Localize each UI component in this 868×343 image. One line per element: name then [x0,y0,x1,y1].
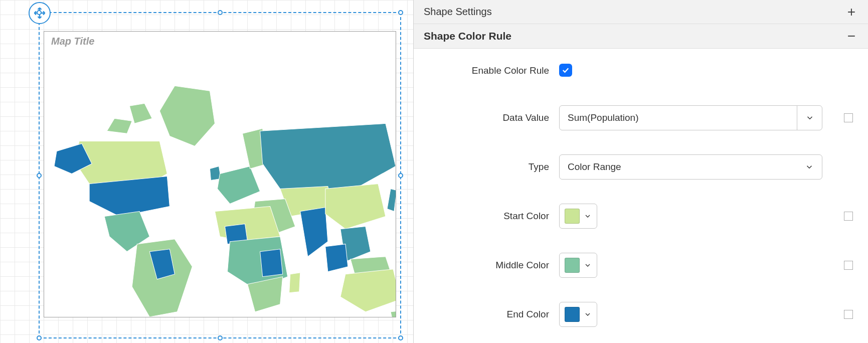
middle-color-expression-toggle[interactable] [844,261,853,270]
label-end-color: End Color [429,309,559,320]
data-value-select[interactable]: Sum(Population) [559,105,822,130]
resize-handle-w[interactable] [37,173,42,178]
collapse-icon: − [845,31,858,41]
expand-icon: + [845,7,858,17]
data-value-selected: Sum(Population) [560,106,797,130]
row-data-value: Data Value Sum(Population) [429,105,853,130]
shape-color-rule-body: Enable Color Rule Data Value Sum(Populat… [414,49,868,343]
properties-panel: Shape Settings + Shape Color Rule − Enab… [414,0,868,343]
resize-handle-se[interactable] [398,335,403,340]
middle-color-picker[interactable] [559,253,597,278]
resize-handle-sw[interactable] [37,335,42,340]
row-start-color: Start Color [429,204,853,229]
design-canvas[interactable]: Map Title [0,0,414,343]
resize-handle-nw[interactable] [37,10,42,15]
row-middle-color: Middle Color [429,253,853,278]
selection-outline[interactable]: Map Title [39,12,401,338]
label-enable-color-rule: Enable Color Rule [429,65,559,76]
map-report-item[interactable]: Map Title [44,31,396,317]
chevron-down-icon [797,155,822,179]
resize-handle-ne[interactable] [398,10,403,15]
start-color-expression-toggle[interactable] [844,212,853,221]
end-color-swatch [565,307,580,322]
chevron-down-icon [584,261,592,269]
label-start-color: Start Color [429,211,559,222]
map-title: Map Title [51,36,94,47]
section-shape-settings[interactable]: Shape Settings + [414,0,868,24]
resize-handle-e[interactable] [398,173,403,178]
enable-color-rule-checkbox[interactable] [559,64,572,77]
section-shape-color-rule[interactable]: Shape Color Rule − [414,24,868,49]
app-root: Map Title [0,0,868,343]
world-map-graphic [44,51,396,317]
start-color-swatch [565,209,580,224]
end-color-expression-toggle[interactable] [844,310,853,319]
row-type: Type Color Range [429,154,853,180]
data-value-expression-toggle[interactable] [844,113,853,122]
resize-handle-n[interactable] [218,10,223,15]
section-title: Shape Color Rule [424,30,511,42]
resize-handle-s[interactable] [218,335,223,340]
type-selected: Color Range [560,155,797,179]
start-color-picker[interactable] [559,204,597,229]
type-select[interactable]: Color Range [559,154,822,180]
label-type: Type [429,161,559,173]
section-title: Shape Settings [424,6,492,18]
chevron-down-icon [584,212,592,220]
row-enable-color-rule: Enable Color Rule [429,64,853,77]
chevron-down-icon [584,310,592,318]
chevron-down-icon [797,106,822,130]
label-data-value: Data Value [429,112,559,123]
end-color-picker[interactable] [559,302,597,327]
row-end-color: End Color [429,302,853,327]
middle-color-swatch [565,258,580,273]
label-middle-color: Middle Color [429,260,559,271]
